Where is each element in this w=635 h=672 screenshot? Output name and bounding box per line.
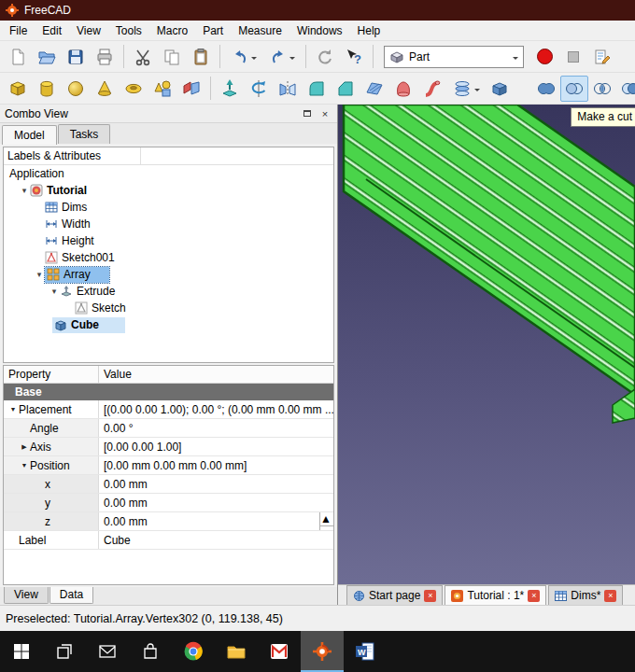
tab-tasks[interactable]: Tasks (58, 124, 111, 144)
redo-dropdown-icon[interactable] (289, 57, 295, 63)
x-value[interactable]: 0.00 mm (99, 475, 333, 493)
property-group-base[interactable]: Base (4, 384, 333, 400)
task-view-button[interactable] (43, 631, 86, 672)
part-sphere-button[interactable] (62, 76, 90, 102)
axis-value[interactable]: [0.00 0.00 1.00] (99, 438, 333, 455)
angle-value[interactable]: 0.00 ° (99, 419, 333, 437)
tree-item-tutorial[interactable]: ▾ Tutorial (4, 182, 333, 199)
mdi-tab-tutorial[interactable]: Tutorial : 1* × (444, 585, 546, 605)
taskbar-chrome-button[interactable] (172, 631, 215, 672)
expander-icon[interactable]: ▾ (34, 270, 45, 279)
whats-this-button[interactable]: ? (340, 44, 368, 70)
boolean-operation-button[interactable] (616, 76, 635, 102)
boolean-cut-button[interactable] (560, 76, 588, 102)
mdi-tab-start-page[interactable]: Start page × (346, 585, 443, 605)
extrude-button[interactable] (216, 76, 244, 102)
mdi-tab-dims[interactable]: Dims* × (548, 585, 623, 605)
close-panel-button[interactable]: × (318, 107, 332, 120)
loft-button[interactable] (389, 76, 417, 102)
tree-item-array[interactable]: ▾ Array (4, 266, 333, 283)
workbench-selector[interactable]: Part (384, 46, 524, 68)
taskbar-file-explorer-button[interactable] (215, 631, 258, 672)
menu-item-part[interactable]: Part (195, 21, 231, 40)
menu-item-macro[interactable]: Macro (149, 21, 195, 40)
y-value[interactable]: 0.00 mm (99, 494, 333, 511)
expander-icon[interactable]: ▶ (19, 443, 30, 451)
new-document-button[interactable] (4, 44, 32, 70)
cut-button[interactable] (129, 44, 157, 70)
part-cone-button[interactable] (91, 76, 119, 102)
menu-item-help[interactable]: Help (350, 21, 388, 40)
undo-dropdown-icon[interactable] (251, 57, 257, 63)
redo-button[interactable] (263, 44, 301, 70)
taskbar-freecad-button[interactable] (301, 631, 344, 672)
striped-panel[interactable] (344, 105, 635, 395)
close-tab-icon[interactable]: × (604, 590, 616, 602)
refresh-button[interactable] (311, 44, 339, 70)
menu-item-edit[interactable]: Edit (35, 21, 69, 40)
expander-icon[interactable]: ▼ (19, 462, 30, 469)
boolean-common-button[interactable] (588, 76, 616, 102)
boolean-union-button[interactable] (532, 76, 560, 102)
tree-item-sketch001[interactable]: Sketch001 (4, 249, 333, 266)
tree-item-dims[interactable]: Dims (4, 199, 333, 216)
3d-viewport[interactable]: Make a cut Start page × Tutorial : 1* × … (338, 105, 635, 605)
tree-item-extrude[interactable]: ▾ Extrude (4, 283, 333, 300)
tree-item-cube[interactable]: Cube (4, 316, 333, 333)
compound-button[interactable] (486, 76, 514, 102)
macro-record-button[interactable] (530, 44, 558, 70)
tree-item-application[interactable]: Application (4, 165, 333, 182)
tab-view[interactable]: View (4, 587, 49, 604)
chamfer-button[interactable] (332, 76, 360, 102)
tree-item-height[interactable]: Height (4, 232, 333, 249)
striped-panel-fragment[interactable] (613, 389, 635, 423)
menu-item-tools[interactable]: Tools (108, 21, 149, 40)
expander-icon[interactable]: ▾ (19, 186, 30, 195)
tree-item-sketch[interactable]: Sketch (4, 300, 333, 316)
tab-data[interactable]: Data (49, 587, 93, 604)
macro-stop-button[interactable] (559, 44, 587, 70)
menu-item-file[interactable]: File (2, 21, 35, 40)
tab-model[interactable]: Model (2, 125, 57, 145)
position-value[interactable]: [0.00 mm 0.00 mm 0.00 mm] (99, 456, 333, 474)
part-primitives-button[interactable] (148, 76, 176, 102)
paste-button[interactable] (187, 44, 215, 70)
undo-button[interactable] (225, 44, 262, 70)
fillet-button[interactable] (303, 76, 331, 102)
spin-up-icon[interactable]: ▲ (320, 512, 333, 526)
menu-item-measure[interactable]: Measure (231, 21, 289, 40)
close-tab-icon[interactable]: × (528, 590, 540, 602)
placement-value[interactable]: [(0.00 0.00 1.00); 0.00 °; (0.00 mm 0.00… (99, 400, 333, 418)
copy-button[interactable] (158, 44, 186, 70)
part-torus-button[interactable] (120, 76, 148, 102)
macro-edit-button[interactable] (588, 44, 616, 70)
part-cylinder-button[interactable] (33, 76, 61, 102)
taskbar-mail-button[interactable] (86, 631, 129, 672)
sweep-button[interactable] (418, 76, 446, 102)
float-panel-button[interactable] (300, 107, 315, 120)
part-box-button[interactable] (4, 76, 32, 102)
menu-item-view[interactable]: View (69, 21, 108, 40)
z-value[interactable]: 0.00 mm ▲ ▼ (99, 512, 333, 530)
ruled-surface-button[interactable] (360, 76, 388, 102)
tree-item-width[interactable]: Width (4, 216, 333, 232)
workbench-dropdown-icon[interactable] (513, 57, 518, 63)
label-value[interactable]: Cube (99, 531, 333, 549)
taskbar-word-button[interactable]: W (344, 631, 387, 672)
close-tab-icon[interactable]: × (424, 590, 436, 602)
save-button[interactable] (62, 44, 90, 70)
cross-sections-dropdown-icon[interactable] (474, 89, 480, 94)
revolve-button[interactable] (245, 76, 273, 102)
menu-item-windows[interactable]: Windows (289, 21, 350, 40)
cross-sections-button[interactable] (447, 76, 485, 102)
open-document-button[interactable] (33, 44, 61, 70)
spin-down-icon[interactable]: ▼ (320, 526, 333, 530)
taskbar-store-button[interactable] (129, 631, 172, 672)
print-button[interactable] (91, 44, 119, 70)
shape-builder-button[interactable] (177, 76, 205, 102)
expander-icon[interactable]: ▾ (49, 287, 60, 296)
taskbar-gmail-button[interactable] (258, 631, 301, 672)
start-button[interactable] (0, 631, 43, 672)
expander-icon[interactable]: ▼ (7, 406, 19, 413)
z-spinner[interactable]: ▲ ▼ (319, 512, 333, 530)
